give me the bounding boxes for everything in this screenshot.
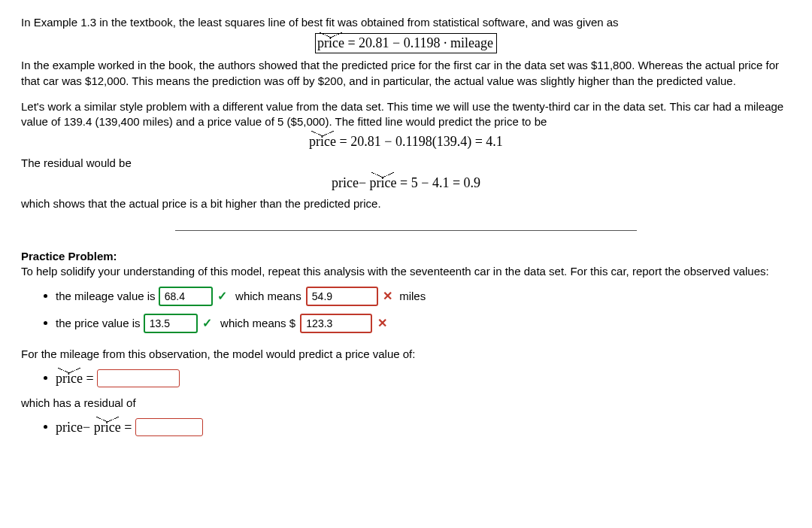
eq1-rhs: = 20.81 − 0.1198 · mileage [344,35,493,50]
practice-block: Practice Problem: To help solidify your … [21,249,791,437]
eq3-rhs: = 5 − 4.1 = 0.9 [397,175,480,190]
check-icon: ✓ [216,288,229,305]
worked-block: Let's work a similar style problem with … [21,99,791,212]
which-means-2: which means $ [220,317,295,329]
section-divider [175,230,637,231]
predict-list: price = [21,369,791,387]
intro-p1: In Example 1.3 in the textbook, the leas… [21,15,791,30]
predict-lead: For the mileage from this observation, t… [21,347,791,362]
eq2-rhs: = 20.81 − 0.1198(139.4) = 4.1 [336,134,503,149]
check-icon-2: ✓ [201,315,214,332]
price-hat: price [317,34,344,53]
intro-block: In Example 1.3 in the textbook, the leas… [21,15,791,89]
cross-icon: ✕ [381,288,395,305]
resid-pricehat: price [94,418,121,436]
price-label: the price value is [56,317,144,329]
intro-p2: In the example worked in the book, the a… [21,58,791,89]
mileage-label: the mileage value is [56,290,159,302]
predicted-price-input[interactable] [97,369,180,387]
price-hat-2: price [309,132,336,150]
observed-values-list: the mileage value is ✓ which means ✕ mil… [21,287,791,333]
residual-list: price− price = [21,418,791,436]
residual-lead: which has a residual of [21,396,791,411]
resid-eq: = [121,420,135,435]
eq3-minus: − [359,175,366,190]
price-row: the price value is ✓ which means $ ✕ [56,314,791,333]
mileage-input[interactable] [159,287,213,306]
miles-unit: miles [399,290,426,302]
price-input[interactable] [144,314,198,333]
cross-icon-2: ✕ [375,315,389,332]
intro-p3: Let's work a similar style problem with … [21,99,791,130]
practice-lead: To help solidify your understanding of t… [21,265,769,278]
pred-eq: = [83,371,97,386]
equation-1: price = 20.81 − 0.1198 · mileage [21,33,791,53]
equation-3: price− price = 5 − 4.1 = 0.9 [21,174,791,192]
resid-minus: − [83,420,90,435]
mileage-row: the mileage value is ✓ which means ✕ mil… [56,287,791,306]
mileage-means-input[interactable] [306,287,378,306]
predicted-price-row: price = [56,369,791,387]
which-means-1: which means [235,290,304,302]
equation-2: price = 20.81 − 0.1198(139.4) = 4.1 [21,132,791,150]
residual-input[interactable] [135,418,203,436]
practice-heading: Practice Problem: [21,250,117,262]
intro-p5: which shows that the actual price is a b… [21,196,791,211]
eq3-pricehat: price [370,174,397,192]
eq3-price: price [332,175,359,190]
residual-row: price− price = [56,418,791,436]
intro-p4: The residual would be [21,156,791,171]
pred-pricehat: price [56,369,83,387]
price-means-input[interactable] [300,314,372,333]
resid-price: price [56,420,83,435]
